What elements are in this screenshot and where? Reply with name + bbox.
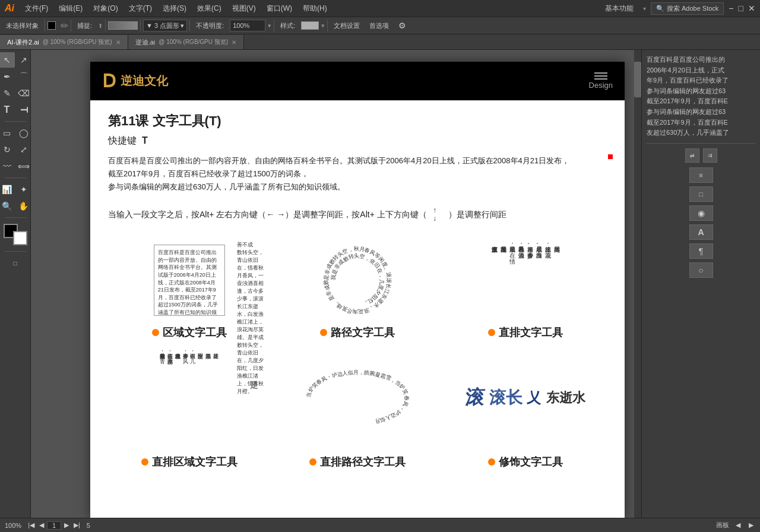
header-design: Design: [589, 72, 613, 90]
capture-chevron: ⬆: [98, 23, 103, 29]
graph-tool[interactable]: 📊: [0, 182, 15, 197]
shortcut-line: 快捷键 T: [108, 135, 607, 147]
doc-settings-btn[interactable]: 文档设置: [330, 20, 363, 31]
pen-tool[interactable]: ✒: [0, 69, 15, 84]
eraser-tool[interactable]: ⌫: [16, 86, 31, 101]
preferences-btn[interactable]: 首选项: [366, 20, 392, 31]
scale-tool[interactable]: ⤢: [16, 142, 31, 157]
color-tools: [4, 224, 27, 245]
panel-btn-2[interactable]: □: [689, 186, 713, 202]
menu-view[interactable]: 视图(V): [227, 2, 261, 15]
maximize-btn[interactable]: □: [739, 4, 743, 13]
status-info: 画板: [716, 521, 729, 530]
vert-area-col-3: 白发渔樵江渚上: [175, 349, 181, 444]
selection-tool[interactable]: ↖: [0, 52, 15, 68]
tool-divider-3: [5, 217, 26, 218]
next-page-btn[interactable]: ▶: [62, 521, 71, 529]
hand-tool[interactable]: ✋: [16, 198, 31, 214]
tab-file-1[interactable]: AI-课件2.ai @ 100% (RGB/GPU 预览) ✕: [0, 35, 128, 49]
ellipse-tool[interactable]: ◯: [16, 125, 31, 141]
canvas-area[interactable]: Ⅾ 逆迪文化 Design 第11课 文字工具(T) 快捷键: [31, 50, 641, 518]
style-preview[interactable]: [301, 21, 319, 30]
search-stock-btn[interactable]: 🔍 搜索 Adobe Stock: [651, 2, 724, 15]
deco-char-3: 乂: [527, 388, 543, 408]
close-btn[interactable]: ✕: [748, 4, 755, 13]
graph-tools: 📊 ✦: [0, 182, 31, 197]
zoom-level: 100%: [5, 522, 21, 529]
menu-select[interactable]: 选择(S): [158, 2, 191, 15]
vertical-text-label-text: 直排文字工具: [499, 325, 563, 340]
next-artboard-btn[interactable]: ▶: [747, 521, 755, 529]
vert-col-5: 喜相逢。古今多少事: [527, 242, 534, 319]
pen-tools: ✒ ⌒: [0, 69, 31, 84]
tool-divider-4: [5, 251, 26, 252]
stroke-color-box[interactable]: [48, 21, 56, 30]
pencil-tool[interactable]: ✎: [0, 86, 15, 101]
background-color[interactable]: [13, 231, 27, 245]
prev-artboard-btn[interactable]: ◀: [734, 521, 742, 529]
zoom-tool[interactable]: 🔍: [0, 198, 15, 214]
panel-icon-1[interactable]: ⇄: [685, 148, 699, 163]
vertical-text-demo: 滚滚长江东逝水 浪花淘尽英雄 旧是非成，在，情 看秋月香风，一壶浊酒 喜相逢。古…: [445, 239, 607, 322]
vertical-path-section: 当炉笑春风・垆边人似月，皓腕凝霜雪，当炉笑春风・垆边人似月 直排路径文字工具: [276, 344, 438, 469]
menu-object[interactable]: 对象(O): [88, 2, 122, 15]
panel-btn-3[interactable]: ◉: [689, 205, 713, 221]
tab-1-close[interactable]: ✕: [116, 39, 121, 46]
panel-btn-circle[interactable]: ○: [689, 262, 713, 278]
menu-edit[interactable]: 编辑(E): [54, 2, 87, 15]
symbol-tool[interactable]: ✦: [16, 182, 31, 197]
rectangle-tool[interactable]: ▭: [0, 125, 15, 141]
minimize-btn[interactable]: −: [729, 4, 733, 13]
basic-feature-btn[interactable]: 基本功能: [600, 2, 638, 15]
type-tool[interactable]: T: [0, 102, 15, 118]
screen-mode-btn[interactable]: □: [8, 255, 23, 271]
tab-file-2[interactable]: 逆迪.ai @ 100% (RGB/GPU 预览) ✕: [128, 35, 244, 49]
circle-path-svg: 是非成败转头空，秋月春风等闲度。滚滚长江东逝水，浪花淘尽英雄。是非成败转头空， …: [316, 239, 399, 322]
vert-area-col-2: 山依旧在，几度夕阳: [167, 349, 173, 444]
toolbar-divider-1: [45, 20, 45, 31]
orange-dot-2: [320, 329, 327, 336]
point-type-select[interactable]: ▼ 3 点圆形 ▾: [143, 20, 187, 31]
vert-area-col-8: 英雄是: [213, 349, 219, 444]
path-text-demo: 是非成败转头空，秋月春风等闲度。滚滚长江东逝水，浪花淘尽英雄。是非成败转头空， …: [276, 239, 438, 322]
last-page-btn[interactable]: ▶|: [72, 521, 82, 529]
logo-area: Ⅾ 逆迪文化: [102, 71, 168, 91]
menu-right: 基本功能 ▾ 🔍 搜索 Adobe Stock − □ ✕: [600, 2, 755, 15]
orange-dot-3: [488, 329, 495, 336]
tools-row-1: 百度百科是百度公司推出的一部内容开放、自由的网络百科全书平台。其测试版于2006…: [108, 239, 607, 340]
menu-help[interactable]: 帮助(H): [298, 2, 332, 15]
curve-tool[interactable]: ⌒: [16, 69, 31, 84]
scroll-thumb[interactable]: [634, 62, 641, 97]
direct-selection-tool[interactable]: ↗: [16, 52, 31, 68]
rotate-tool[interactable]: ↻: [0, 142, 15, 157]
width-tool[interactable]: ⟺: [16, 159, 31, 174]
menu-text[interactable]: 文字(T): [124, 2, 157, 15]
prev-page-btn[interactable]: ◀: [37, 521, 46, 529]
vertical-area-label: 直排区域文字工具: [141, 455, 238, 469]
panel-btn-para[interactable]: ¶: [689, 243, 713, 259]
menu-effect[interactable]: 效果(C): [192, 2, 226, 15]
decoration-label: 修饰文字工具: [488, 455, 563, 469]
tab-2-close[interactable]: ✕: [232, 39, 236, 46]
menu-file[interactable]: 文件(F): [20, 2, 53, 15]
opacity-input[interactable]: [230, 20, 265, 31]
vertical-area-columns: 非是成败转头空，青 山依旧在，几度夕阳 白发渔樵江渚上 古今多少事，风 依旧在，…: [159, 349, 218, 444]
stroke-preview[interactable]: [108, 21, 138, 30]
deco-char-1: 滚: [464, 385, 486, 411]
panel-btn-1[interactable]: ≡: [689, 167, 713, 183]
warp-tool[interactable]: 〰: [0, 159, 15, 174]
red-dot-marker: [608, 154, 613, 159]
page-number-input[interactable]: [47, 521, 61, 530]
stroke-icon[interactable]: ✏: [61, 20, 68, 31]
scroll-bar[interactable]: [634, 50, 641, 518]
hamburger-line-2: [594, 75, 607, 77]
panel-btn-a[interactable]: A: [689, 224, 713, 240]
panel-icon-2[interactable]: ⇉: [703, 148, 717, 163]
right-panel: 百度百科是百度公司推出的 2006年4月20日上线，正式 年9月，百度百科已经收…: [641, 50, 760, 518]
menu-window[interactable]: 窗口(W): [262, 2, 297, 15]
toolbar-more-btn[interactable]: ⚙: [395, 20, 410, 31]
panel-btn-2-icon: □: [699, 191, 703, 198]
deco-char-2: 滚长: [489, 387, 522, 409]
first-page-btn[interactable]: |◀: [26, 521, 36, 529]
vertical-type-tool[interactable]: T: [16, 102, 31, 118]
